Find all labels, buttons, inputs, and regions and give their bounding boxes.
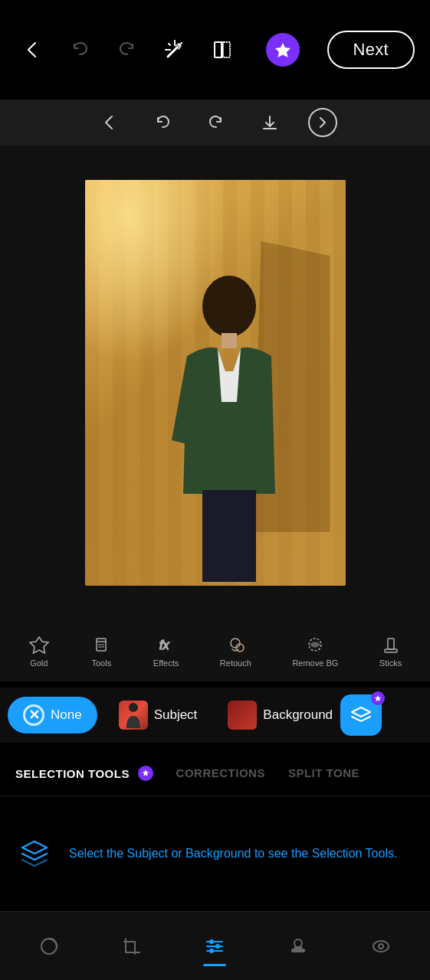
no-icon: ✕ (23, 704, 44, 726)
magic-button[interactable] (158, 33, 192, 67)
top-toolbar: Next (0, 0, 430, 100)
svg-rect-13 (222, 333, 237, 348)
subject-thumbnail (119, 701, 148, 730)
redo-button[interactable] (110, 33, 144, 67)
svg-point-21 (231, 639, 240, 648)
svg-point-36 (294, 939, 302, 947)
svg-point-35 (209, 949, 214, 953)
svg-text:fx: fx (159, 639, 169, 652)
pill-none[interactable]: ✕ None (8, 697, 97, 733)
forward-button[interactable] (308, 108, 337, 137)
premium-star-button[interactable] (266, 33, 300, 67)
sec-redo-button[interactable] (201, 107, 231, 138)
svg-point-34 (215, 944, 220, 949)
pill-subject[interactable]: Subject (103, 693, 213, 737)
tab-retouch[interactable]: Retouch (220, 634, 251, 668)
image-area (0, 145, 430, 620)
background-thumbnail (228, 701, 257, 730)
svg-marker-28 (143, 769, 149, 776)
sec-back-button[interactable] (94, 107, 124, 138)
svg-line-5 (169, 44, 170, 45)
svg-marker-9 (275, 43, 290, 57)
layers-button[interactable] (340, 694, 382, 736)
pill-background[interactable]: Background (212, 693, 348, 737)
svg-rect-14 (202, 490, 229, 582)
svg-point-39 (373, 941, 389, 952)
svg-rect-15 (229, 490, 256, 582)
layers-star (371, 691, 385, 705)
nav-circle[interactable] (38, 936, 60, 957)
bottom-nav (0, 911, 430, 980)
tabs-row: SELECTION TOOLS CORRECTIONS SPLIT TONE (0, 750, 430, 796)
tab-effects[interactable]: fx Effects (153, 634, 179, 668)
svg-point-33 (209, 939, 214, 944)
svg-rect-6 (215, 42, 222, 57)
nav-active-indicator (203, 964, 226, 966)
photo-background (85, 180, 346, 586)
selection-bar: ✕ None Subject Background (0, 688, 430, 743)
nav-eye[interactable] (370, 936, 392, 957)
svg-rect-7 (223, 42, 230, 57)
selection-tools-star (138, 766, 153, 781)
nav-stamp[interactable] (287, 936, 309, 957)
svg-point-12 (202, 276, 256, 337)
nav-sliders[interactable] (204, 936, 225, 957)
secondary-toolbar (0, 100, 430, 145)
sec-undo-button[interactable] (147, 107, 178, 138)
person-silhouette (160, 264, 298, 586)
photo-frame (85, 180, 346, 586)
tab-tools[interactable]: Tools (90, 634, 112, 668)
tab-selection-tools[interactable]: SELECTION TOOLS (15, 766, 153, 781)
tab-sticks[interactable]: Sticks (379, 634, 402, 668)
tab-gold[interactable]: Gold (28, 634, 50, 668)
bottom-tabs-bar: Gold Tools fx Effects Retouch Remove BG (0, 620, 430, 681)
compare-button[interactable] (205, 33, 239, 67)
nav-crop[interactable] (121, 936, 143, 957)
back-button[interactable] (15, 33, 49, 67)
toolbar-left (15, 33, 239, 67)
next-button[interactable]: Next (327, 31, 415, 69)
layers-info-icon (15, 835, 54, 873)
content-area: Select the Subject or Background to see … (0, 796, 430, 911)
svg-point-26 (129, 703, 138, 712)
download-button[interactable] (254, 107, 285, 138)
svg-rect-38 (292, 949, 304, 952)
info-message: Select the Subject or Background to see … (69, 844, 397, 863)
svg-marker-27 (375, 695, 381, 701)
tab-remove-bg[interactable]: Remove BG (292, 634, 338, 668)
svg-point-40 (379, 944, 383, 949)
tab-corrections[interactable]: CORRECTIONS (176, 766, 265, 779)
undo-button[interactable] (63, 33, 97, 67)
tab-split-tone[interactable]: SPLIT TONE (288, 766, 359, 779)
svg-rect-25 (388, 639, 394, 649)
